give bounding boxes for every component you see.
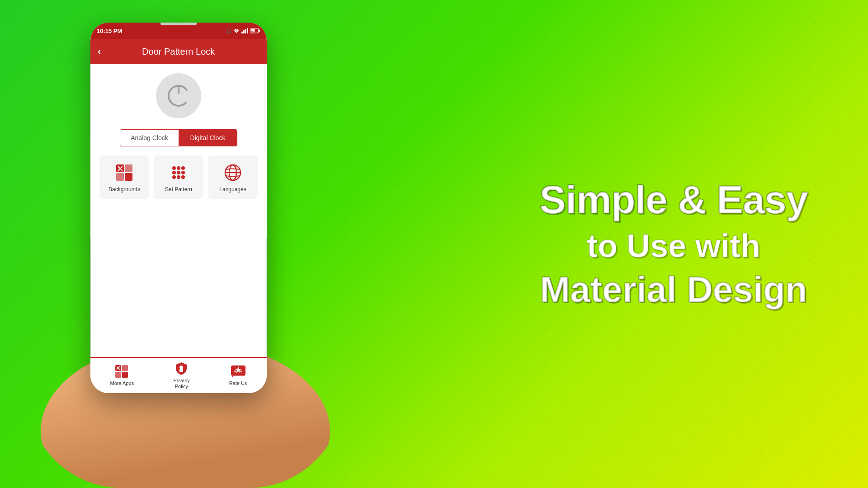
svg-rect-28 xyxy=(115,372,121,378)
privacy-icon xyxy=(174,361,189,376)
svg-rect-31 xyxy=(179,369,183,372)
rate-icon xyxy=(231,364,245,379)
svg-point-18 xyxy=(177,171,180,174)
svg-text:161: 161 xyxy=(251,30,255,33)
menu-grid: Backgrounds xyxy=(98,155,259,199)
languages-menu-item[interactable]: Languages xyxy=(208,155,258,199)
rate-us-label: Rate Us xyxy=(229,380,247,386)
svg-point-35 xyxy=(240,371,242,373)
svg-rect-29 xyxy=(122,372,128,378)
headphone-icon: 🎧 xyxy=(226,28,231,33)
rate-us-nav-item[interactable]: Rate Us xyxy=(229,364,247,386)
battery-icon: 161 xyxy=(250,28,260,33)
svg-point-14 xyxy=(172,166,176,170)
status-icons: 🎧 xyxy=(226,28,260,33)
phone-wrapper: 10:15 PM 🎧 xyxy=(72,9,298,461)
svg-point-21 xyxy=(177,175,180,179)
more-apps-label: More Apps xyxy=(110,380,134,386)
back-button[interactable]: ‹ xyxy=(98,46,101,57)
set-pattern-menu-item[interactable]: Set Pattern xyxy=(154,155,203,199)
analog-clock-button[interactable]: Analog Clock xyxy=(120,130,179,146)
promo-line1: Simple & Easy xyxy=(515,178,832,222)
backgrounds-label: Backgrounds xyxy=(108,186,140,193)
svg-rect-0 xyxy=(241,32,243,33)
svg-rect-5 xyxy=(259,30,260,32)
app-header: ‹ Door Pattern Lock xyxy=(90,39,267,64)
promo-line3: Material Design xyxy=(515,270,832,310)
more-apps-icon xyxy=(115,364,129,379)
scene: Simple & Easy to Use with Material Desig… xyxy=(0,0,868,488)
privacy-policy-label: PrivacyPolicy xyxy=(173,378,189,389)
status-time: 10:15 PM xyxy=(97,28,122,34)
svg-rect-27 xyxy=(122,365,128,371)
svg-rect-3 xyxy=(247,28,248,33)
svg-point-19 xyxy=(181,171,185,174)
app-content: Analog Clock Digital Clock xyxy=(90,64,267,238)
svg-rect-12 xyxy=(116,173,124,181)
svg-point-20 xyxy=(172,175,176,179)
languages-label: Languages xyxy=(219,186,246,193)
svg-point-16 xyxy=(181,166,185,170)
bottom-nav: More Apps PrivacyPolicy xyxy=(90,357,267,393)
digital-clock-button[interactable]: Digital Clock xyxy=(179,130,237,146)
phone-screen: 10:15 PM 🎧 xyxy=(90,23,267,393)
more-apps-nav-item[interactable]: More Apps xyxy=(110,364,134,386)
svg-point-15 xyxy=(177,166,180,170)
status-bar: 10:15 PM 🎧 xyxy=(90,23,267,39)
svg-point-22 xyxy=(181,175,185,179)
svg-point-17 xyxy=(172,171,176,174)
backgrounds-icon xyxy=(114,163,134,183)
power-button[interactable] xyxy=(156,73,201,118)
pattern-icon xyxy=(169,163,189,183)
privacy-policy-nav-item[interactable]: PrivacyPolicy xyxy=(173,361,189,389)
svg-rect-11 xyxy=(125,164,132,172)
svg-rect-1 xyxy=(243,30,245,33)
promo-section: Simple & Easy to Use with Material Desig… xyxy=(515,178,832,310)
wifi-icon xyxy=(233,28,240,33)
svg-rect-2 xyxy=(245,29,246,33)
signal-icon xyxy=(241,28,249,33)
set-pattern-label: Set Pattern xyxy=(165,186,192,193)
svg-rect-13 xyxy=(125,173,132,181)
clock-toggle: Analog Clock Digital Clock xyxy=(120,129,237,146)
svg-point-30 xyxy=(179,366,183,369)
promo-line2: to Use with xyxy=(515,226,832,265)
app-title: Door Pattern Lock xyxy=(108,47,259,57)
power-icon xyxy=(167,84,190,108)
svg-point-34 xyxy=(234,371,236,373)
phone-device: 10:15 PM 🎧 xyxy=(90,23,267,393)
language-icon xyxy=(223,163,243,183)
backgrounds-menu-item[interactable]: Backgrounds xyxy=(99,155,149,199)
